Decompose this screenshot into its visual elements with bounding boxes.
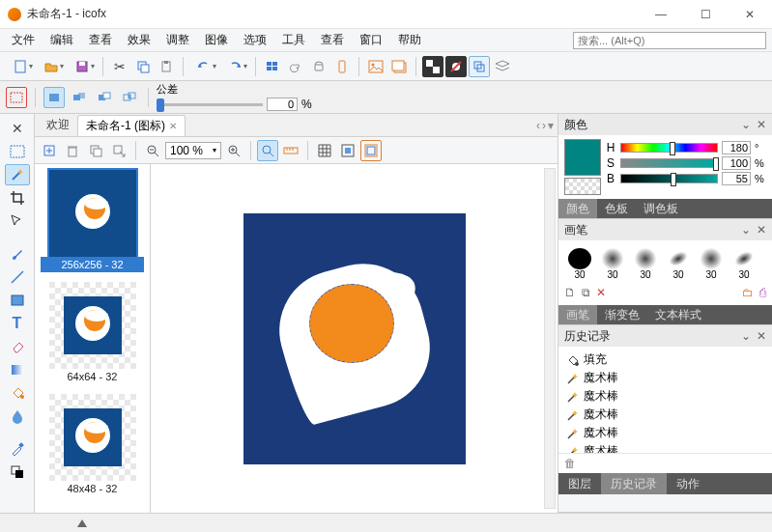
fit-icon[interactable] [360, 140, 382, 161]
tab-brush[interactable]: 画笔 [558, 305, 597, 324]
crop-toggle-button[interactable] [469, 56, 490, 77]
brush-preset-1[interactable]: 30 [599, 248, 626, 280]
delete-brush-icon[interactable]: ✕ [596, 286, 606, 299]
brush-preset-0[interactable]: 30 [566, 248, 593, 280]
export-size-icon[interactable] [108, 140, 129, 161]
brush-tool[interactable] [5, 243, 30, 265]
crop-tool[interactable] [5, 187, 30, 209]
brush-preset-3[interactable]: 30 [665, 248, 692, 280]
foreground-swatch[interactable] [564, 139, 601, 176]
dup-size-icon[interactable] [85, 140, 106, 161]
bounds-icon[interactable] [337, 140, 358, 161]
tab-menu-icon[interactable]: ▾ [548, 119, 554, 132]
menu-view2[interactable]: 查看 [313, 29, 352, 51]
tab-textstyle[interactable]: 文本样式 [647, 305, 709, 324]
color-B-slider[interactable] [620, 174, 718, 183]
tolerance-value[interactable]: 0 [267, 98, 298, 111]
menu-adjust[interactable]: 调整 [158, 29, 197, 51]
grid-icon[interactable] [314, 140, 335, 161]
mode-add-icon[interactable] [69, 87, 90, 108]
eyedropper-tool[interactable] [5, 438, 30, 460]
tab-prev-icon[interactable]: ‹ [536, 119, 540, 132]
tab-welcome[interactable]: 欢迎 [39, 115, 77, 135]
history-item[interactable]: 魔术棒 [564, 406, 766, 424]
thumb-0[interactable]: 256x256 - 32 [41, 170, 144, 272]
android-icon[interactable] [308, 56, 329, 77]
brush-preset-2[interactable]: 30 [632, 248, 659, 280]
thumb-2[interactable]: 48x48 - 32 [41, 394, 144, 496]
zoom-in-icon[interactable] [223, 140, 244, 161]
windows-icon[interactable] [262, 56, 283, 77]
history-delete-icon[interactable]: 🗑 [564, 457, 576, 470]
wand-tool[interactable] [5, 164, 30, 185]
ruler-icon[interactable] [280, 140, 301, 161]
layers-icon[interactable] [492, 56, 513, 77]
tolerance-slider[interactable] [157, 97, 263, 112]
delete-size-icon[interactable] [62, 140, 83, 161]
folder-brush-icon[interactable]: 🗀 [742, 286, 754, 299]
tab-swatches[interactable]: 色板 [597, 199, 636, 218]
marquee-tool[interactable] [5, 141, 30, 162]
search-input[interactable] [573, 32, 766, 49]
close-panel-icon[interactable]: ✕ [7, 118, 28, 139]
menu-view[interactable]: 查看 [81, 29, 120, 51]
history-item[interactable]: 魔术棒 [564, 387, 766, 406]
color-S-slider[interactable] [620, 158, 718, 168]
tab-close-icon[interactable]: ✕ [169, 121, 177, 131]
menu-effects[interactable]: 效果 [120, 29, 158, 51]
thumb-1[interactable]: 64x64 - 32 [41, 282, 144, 384]
panel-collapse-icon[interactable]: ⌄ [741, 118, 751, 131]
apple-icon[interactable] [285, 56, 306, 77]
paste-button[interactable] [156, 56, 177, 77]
tab-history[interactable]: 历史记录 [601, 473, 667, 494]
undo-button[interactable] [189, 56, 218, 77]
color-H-slider[interactable] [620, 143, 718, 153]
maximize-button[interactable]: ☐ [683, 0, 728, 28]
panel-close-icon[interactable]: ✕ [757, 118, 766, 131]
gradient-tool[interactable] [5, 359, 30, 380]
brush-preset-4[interactable]: 30 [698, 248, 725, 280]
history-item[interactable]: 魔术棒 [564, 442, 766, 453]
tab-document[interactable]: 未命名-1 (图标) ✕ [77, 115, 186, 136]
history-item[interactable]: 魔术棒 [564, 424, 766, 442]
vscrollbar[interactable] [544, 168, 556, 509]
image-button[interactable] [365, 56, 386, 77]
color-H-value[interactable]: 180 [722, 141, 751, 154]
bucket-tool[interactable] [5, 382, 30, 404]
background-swatch[interactable] [564, 178, 601, 195]
copy-button[interactable] [132, 56, 154, 77]
zoom-out-icon[interactable] [142, 140, 163, 161]
mobile-icon[interactable] [331, 56, 353, 77]
tab-color[interactable]: 颜色 [558, 199, 597, 218]
canvas[interactable] [151, 164, 558, 513]
open-button[interactable] [37, 56, 66, 77]
close-button[interactable]: ✕ [728, 0, 772, 28]
menu-help[interactable]: 帮助 [390, 29, 429, 51]
line-tool[interactable] [5, 266, 30, 288]
save-button[interactable] [68, 56, 97, 77]
history-item[interactable]: 魔术棒 [564, 369, 766, 387]
tab-layers[interactable]: 图层 [558, 473, 601, 494]
minimize-button[interactable]: — [639, 0, 683, 28]
menu-edit[interactable]: 编辑 [43, 29, 81, 51]
copy-brush-icon[interactable]: ⧉ [582, 286, 590, 299]
tab-next-icon[interactable]: › [542, 119, 546, 132]
color-B-value[interactable]: 55 [722, 172, 751, 185]
eraser-tool[interactable] [5, 336, 30, 357]
cut-button[interactable]: ✂ [109, 56, 130, 77]
menu-tools[interactable]: 工具 [274, 29, 313, 51]
new-button[interactable] [6, 56, 35, 77]
gallery-button[interactable] [388, 56, 410, 77]
save-brush-icon[interactable]: ⎙ [759, 286, 766, 299]
add-size-icon[interactable] [39, 140, 60, 161]
menu-window[interactable]: 窗口 [352, 29, 390, 51]
move-tool[interactable] [5, 210, 30, 232]
color-S-value[interactable]: 100 [722, 156, 751, 170]
checker-button[interactable] [422, 56, 443, 77]
menu-image[interactable]: 图像 [197, 29, 236, 51]
zoom-tool-icon[interactable] [257, 140, 278, 161]
mask-button[interactable] [445, 56, 467, 77]
new-brush-icon[interactable]: 🗋 [564, 286, 576, 299]
mode-int-icon[interactable] [119, 87, 140, 108]
redo-button[interactable] [220, 56, 249, 77]
